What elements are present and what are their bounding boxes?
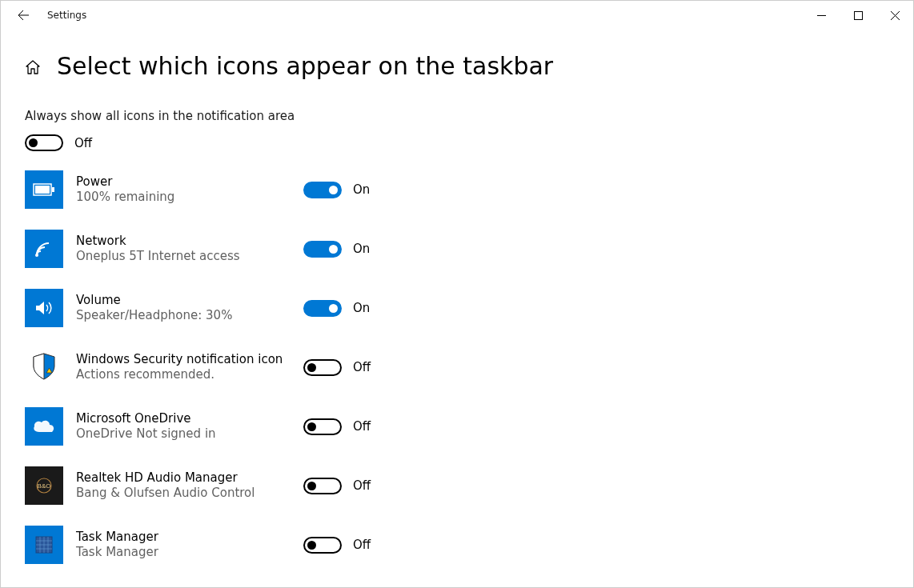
taskbar-icon-row: Network Oneplus 5T Internet access On [25, 230, 913, 268]
window-title: Settings [47, 10, 86, 21]
onedrive-icon [25, 407, 63, 446]
item-toggle-col: On [303, 241, 370, 258]
taskbar-icon-row: Windows Security notification icon Actio… [25, 348, 913, 386]
back-button[interactable] [6, 1, 41, 30]
item-toggle-col: Off [303, 359, 371, 376]
minimize-icon [817, 11, 826, 20]
home-icon[interactable] [25, 59, 41, 78]
item-title: Realtek HD Audio Manager [76, 470, 297, 486]
item-toggle-state: On [353, 182, 370, 197]
item-subtitle: Bang & Olufsen Audio Control [76, 486, 297, 502]
item-toggle-col: On [303, 300, 370, 317]
item-title: Microsoft OneDrive [76, 411, 297, 427]
item-subtitle: Oneplus 5T Internet access [76, 249, 297, 265]
item-toggle-state: Off [353, 419, 371, 434]
svg-rect-0 [854, 11, 862, 19]
item-toggle[interactable] [303, 359, 342, 376]
master-toggle-row: Off [25, 134, 913, 151]
shield-icon-svg [30, 352, 58, 382]
volume-icon [25, 289, 63, 327]
close-button[interactable] [876, 2, 913, 28]
item-subtitle: Speaker/Headphone: 30% [76, 308, 297, 324]
item-toggle-state: Off [353, 360, 371, 374]
toggle-knob [307, 363, 316, 372]
svg-point-4 [35, 254, 38, 257]
master-toggle[interactable] [25, 134, 63, 151]
item-toggle-state: Off [353, 478, 371, 493]
item-toggle-state: Off [353, 538, 371, 552]
settings-window: Settings Select which icons appear on th… [0, 0, 914, 588]
toggle-knob [307, 422, 316, 431]
item-text: Windows Security notification icon Actio… [63, 352, 303, 383]
taskbar-icon-row: Task Manager Task Manager Off [25, 526, 913, 564]
maximize-button[interactable] [840, 2, 876, 28]
page-header: Select which icons appear on the taskbar [25, 52, 913, 80]
toggle-knob [329, 304, 338, 313]
toggle-knob [307, 482, 316, 490]
item-toggle[interactable] [303, 300, 342, 317]
item-subtitle: 100% remaining [76, 190, 297, 206]
toggle-knob [329, 245, 338, 254]
item-toggle[interactable] [303, 241, 342, 258]
taskmgr-icon [25, 526, 63, 564]
item-title: Network [76, 234, 297, 250]
svg-rect-2 [35, 186, 50, 194]
item-subtitle: OneDrive Not signed in [76, 426, 297, 442]
item-toggle-state: On [353, 301, 370, 315]
item-subtitle: Task Manager [76, 545, 297, 561]
realtek-icon: B&O [25, 466, 63, 505]
onedrive-icon-svg [31, 418, 57, 435]
back-arrow-icon [17, 9, 30, 22]
taskbar-icon-row: Power 100% remaining On [25, 170, 913, 209]
svg-rect-3 [52, 187, 54, 192]
svg-text:B&O: B&O [38, 482, 51, 490]
battery-icon [25, 170, 63, 209]
item-text: Microsoft OneDrive OneDrive Not signed i… [63, 411, 303, 442]
item-toggle-col: Off [303, 478, 371, 494]
wifi-icon [25, 230, 63, 268]
taskmgr-icon-svg [33, 534, 55, 556]
toggle-knob [307, 541, 316, 550]
item-toggle[interactable] [303, 418, 342, 435]
maximize-icon [854, 11, 863, 20]
minimize-button[interactable] [803, 2, 840, 28]
titlebar-left: Settings [6, 1, 86, 30]
item-text: Network Oneplus 5T Internet access [63, 234, 303, 265]
item-text: Realtek HD Audio Manager Bang & Olufsen … [63, 470, 303, 502]
item-toggle-col: Off [303, 418, 371, 435]
taskbar-icon-row: Microsoft OneDrive OneDrive Not signed i… [25, 407, 913, 446]
page-title: Select which icons appear on the taskbar [57, 52, 553, 80]
realtek-icon-svg: B&O [33, 474, 55, 497]
volume-icon-svg [33, 297, 55, 319]
item-toggle[interactable] [303, 537, 342, 554]
close-icon [891, 11, 900, 20]
shield-icon [25, 348, 63, 386]
item-subtitle: Actions recommended. [76, 367, 297, 383]
titlebar: Settings [1, 1, 913, 30]
master-toggle-state: Off [74, 136, 92, 150]
battery-icon-svg [33, 183, 55, 196]
item-toggle[interactable] [303, 478, 342, 494]
taskbar-icon-row: Volume Speaker/Headphone: 30% On [25, 289, 913, 327]
window-controls [803, 2, 913, 28]
item-text: Task Manager Task Manager [63, 530, 303, 561]
item-toggle-state: On [353, 242, 370, 256]
item-title: Volume [76, 293, 297, 309]
content-area: Select which icons appear on the taskbar… [1, 30, 913, 564]
item-toggle-col: On [303, 182, 370, 198]
master-toggle-label: Always show all icons in the notificatio… [25, 109, 913, 123]
wifi-icon-svg [33, 238, 55, 260]
item-title: Power [76, 174, 297, 190]
item-title: Windows Security notification icon [76, 352, 297, 368]
home-icon-svg [25, 59, 41, 75]
toggle-knob [29, 138, 38, 147]
item-toggle[interactable] [303, 182, 342, 198]
item-text: Volume Speaker/Headphone: 30% [63, 293, 303, 324]
item-title: Task Manager [76, 530, 297, 546]
taskbar-icon-row: B&O Realtek HD Audio Manager Bang & Oluf… [25, 466, 913, 505]
item-text: Power 100% remaining [63, 174, 303, 206]
toggle-knob [329, 186, 338, 194]
item-toggle-col: Off [303, 537, 371, 554]
